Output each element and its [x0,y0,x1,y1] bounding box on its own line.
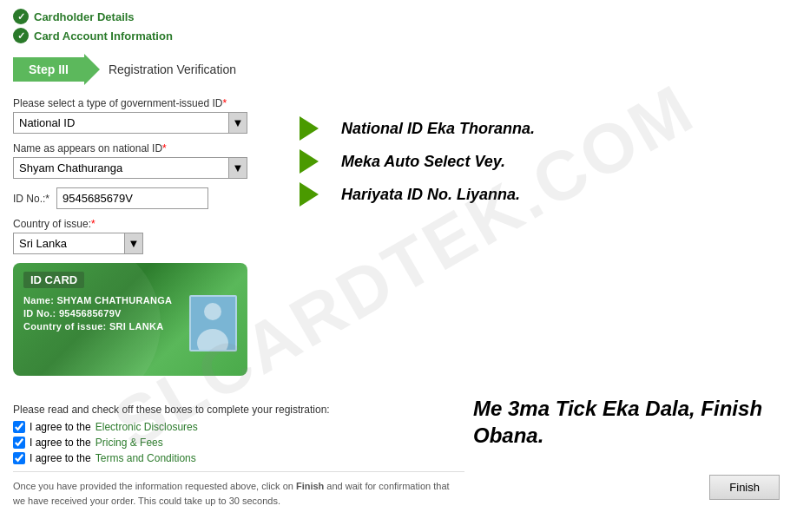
country-select[interactable]: Sri Lanka India Australia [13,233,143,254]
annotation-2-text: Meka Auto Select Vey. [341,153,505,171]
id-card-info: Name: SHYAM CHATHURANGA ID No.: 95456856… [23,295,181,351]
name-select[interactable]: Shyam Chathuranga [13,157,247,179]
check-row-3: I agree to the Terms and Conditions [13,452,464,464]
id-card-header: ID CARD [23,272,84,288]
nav-cardholder-label: Cardholder Details [34,10,135,23]
terms-conditions-link[interactable]: Terms and Conditions [95,452,196,464]
form-left: Please select a type of government-issue… [13,97,291,384]
id-type-label: Please select a type of government-issue… [13,97,291,109]
annotation-2: Meka Auto Select Vey. [300,149,797,174]
footer-text-3: we have received your order. This could … [13,496,280,506]
step-title: Registration Verification [109,62,236,76]
name-label: Name as appears on national ID* [13,142,291,154]
name-group: Name as appears on national ID* Shyam Ch… [13,142,291,179]
id-type-select[interactable]: National ID Passport Driving License [13,112,247,134]
step-label: Step III [13,57,84,82]
footer-text-1: Once you have provided the information r… [13,481,296,491]
id-no-group: ID No.:* [13,187,291,209]
id-type-select-wrapper: National ID Passport Driving License ▼ [13,112,247,134]
nav-card-account[interactable]: ✓ Card Account Information [13,28,797,43]
step-bar: Step III Registration Verification [13,54,797,85]
id-card-name: Name: SHYAM CHATHURANGA [23,295,181,305]
checkbox-disclosures[interactable] [13,421,25,433]
arrow-1-icon [300,116,334,141]
footer-highlight: Finish [296,481,324,491]
check-row-1: I agree to the Electronic Disclosures [13,421,464,433]
annotation-3-text: Hariyata ID No. Liyanna. [341,186,520,204]
annotation-3: Hariyata ID No. Liyanna. [300,182,797,207]
svg-point-0 [204,303,221,320]
id-card-idno: ID No.: 9545685679V [23,308,181,319]
step-arrow-icon [84,54,100,85]
person-silhouette-icon [194,299,233,350]
id-no-label: ID No.:* [13,193,49,205]
finish-button[interactable]: Finish [709,475,780,500]
id-no-input[interactable] [56,187,208,209]
annotation-1: National ID Eka Thoranna. [300,116,797,141]
nav-cardholder[interactable]: ✓ Cardholder Details [13,9,797,24]
bottom-right: Me 3ma Tick Eka Dala, Finish Obana. Fini… [464,395,797,500]
id-card: ID CARD Name: SHYAM CHATHURANGA ID No.: … [13,263,247,376]
check-label-3-prefix: I agree to the [30,452,91,464]
check-row-2: I agree to the Pricing & Fees [13,437,464,449]
checkbox-terms[interactable] [13,452,25,464]
annotation-1-text: National ID Eka Thoranna. [341,120,535,138]
id-card-body: Name: SHYAM CHATHURANGA ID No.: 95456856… [23,295,237,351]
id-card-country: Country of issue: SRI LANKA [23,321,181,332]
country-group: Country of issue:* Sri Lanka India Austr… [13,218,291,254]
svg-point-1 [197,329,228,350]
arrow-2-icon [300,149,334,174]
check-icon-card-account: ✓ [13,28,29,43]
check-icon-cardholder: ✓ [13,9,29,24]
id-type-group: Please select a type of government-issue… [13,97,291,134]
right-annotations: National ID Eka Thoranna. Meka Auto Sele… [300,97,797,384]
pricing-fees-link[interactable]: Pricing & Fees [95,437,163,449]
bottom-left: Please read and check off these boxes to… [13,395,464,508]
footer-note: Once you have provided the information r… [13,471,464,508]
bottom-annotation-text: Me 3ma Tick Eka Dala, Finish Obana. [473,395,797,449]
checkbox-pricing[interactable] [13,437,25,449]
form-section: Please select a type of government-issue… [13,97,797,384]
check-label-2-prefix: I agree to the [30,437,91,449]
arrow-3-icon [300,182,334,207]
name-select-wrapper: Shyam Chathuranga ▼ [13,157,247,179]
country-select-wrapper: Sri Lanka India Australia ▼ [13,233,143,254]
nav-card-account-label: Card Account Information [34,30,173,43]
bottom-section: Please read and check off these boxes to… [13,395,797,508]
check-section-label: Please read and check off these boxes to… [13,404,464,416]
footer-text-2: and wait for confirmation that [324,481,449,491]
id-card-photo [189,295,237,351]
country-label: Country of issue:* [13,218,291,230]
bottom-annotation-block: Me 3ma Tick Eka Dala, Finish Obana. [464,395,797,449]
electronic-disclosures-link[interactable]: Electronic Disclosures [95,421,198,433]
check-label-1-prefix: I agree to the [30,421,91,433]
check-section: Please read and check off these boxes to… [13,404,464,464]
